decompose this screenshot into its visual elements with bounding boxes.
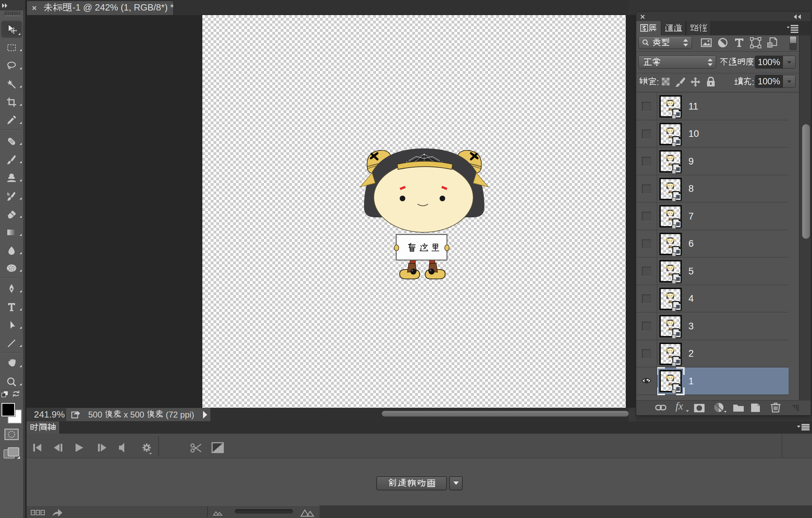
svg-text:fx: fx (676, 401, 683, 412)
